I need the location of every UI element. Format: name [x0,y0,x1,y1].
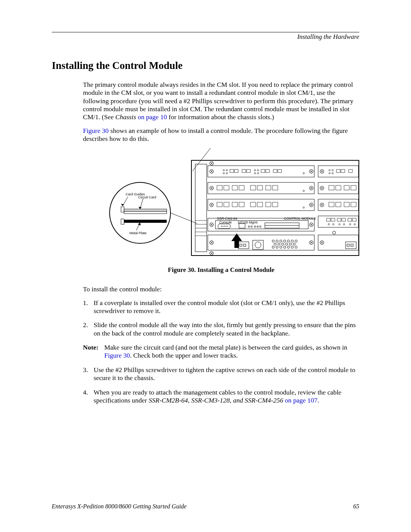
svg-rect-69 [232,202,237,207]
svg-rect-59 [257,185,263,190]
svg-rect-64 [336,185,341,190]
step-1: 1. If a coverplate is installed over the… [83,299,359,315]
note-body: Make sure the circuit card (and not the … [104,343,359,360]
fig-label-mgmt: 10/100 Mgmt [237,220,258,224]
svg-rect-143 [124,211,167,214]
svg-rect-9 [318,182,358,194]
svg-point-123 [282,243,284,245]
svg-point-33 [226,173,228,174]
header-rule [52,32,359,32]
svg-point-122 [278,243,280,245]
step-number: 1. [83,299,94,315]
note-label: Note: [83,343,104,360]
svg-rect-2 [195,164,207,252]
svg-point-47 [329,169,330,171]
svg-point-41 [257,173,259,174]
svg-rect-35 [234,169,238,173]
svg-point-75 [303,207,304,208]
svg-rect-1 [191,160,359,256]
intro-paragraph: The primary control module always reside… [83,81,359,121]
svg-rect-140 [121,207,124,212]
step4-model-refs: SSR-CM2B-64, SSR-CM3-128, and SSR-CM4-25… [149,396,283,404]
step-number: 3. [83,366,94,382]
svg-rect-10 [318,199,358,211]
svg-point-87 [333,224,334,225]
svg-rect-84 [348,218,352,221]
svg-point-133 [295,246,297,248]
svg-point-49 [329,173,330,174]
svg-point-91 [354,224,355,225]
svg-rect-37 [247,169,250,173]
svg-point-118 [287,240,290,242]
svg-rect-7 [208,235,314,250]
svg-rect-58 [250,185,256,190]
svg-rect-107 [240,244,242,246]
svg-point-130 [284,246,286,248]
svg-point-127 [272,246,274,248]
fig-label-metal-plate: Metal Plate [129,231,147,235]
svg-rect-68 [224,202,229,207]
svg-point-129 [280,246,282,248]
page-number: 65 [353,503,359,510]
svg-rect-83 [342,218,346,221]
xref-chassis-page[interactable]: on page 10 [136,113,167,121]
svg-point-128 [276,246,278,248]
step-2: 2. Slide the control module all the way … [83,321,359,337]
svg-point-39 [257,169,259,171]
svg-point-86 [328,224,330,225]
svg-point-48 [332,169,333,171]
step-3: 3. Use the #2 Phillips screwdriver to ti… [83,366,359,382]
svg-rect-79 [351,202,356,207]
svg-point-88 [339,224,340,225]
svg-point-132 [291,246,293,248]
xref-figure-30-b[interactable]: Figure 30 [104,351,130,359]
svg-rect-66 [351,185,356,190]
svg-rect-144 [124,220,167,223]
list-intro: To install the control module: [83,285,359,293]
svg-rect-54 [217,185,222,190]
svg-point-116 [280,240,282,242]
figure-30: SSR-CM2-64 CONTROL MODULE Console 10/100… [83,148,359,262]
step-text: When you are ready to attach the managem… [94,388,359,405]
svg-point-114 [272,240,274,242]
svg-rect-112 [347,244,349,246]
svg-rect-60 [266,185,271,190]
figure-svg: SSR-CM2-64 CONTROL MODULE Console 10/100… [83,148,359,262]
svg-rect-67 [217,202,222,207]
svg-rect-55 [224,185,229,190]
svg-point-29 [333,231,336,234]
svg-point-117 [284,240,286,242]
svg-rect-78 [344,202,349,207]
svg-rect-57 [239,185,244,190]
svg-rect-61 [272,185,278,190]
svg-rect-71 [250,202,256,207]
xref-figure-30-a[interactable]: Figure 30 [83,127,109,134]
svg-rect-56 [232,185,237,190]
svg-rect-108 [244,244,246,246]
svg-rect-51 [336,169,340,173]
lead-paragraph: Figure 30 shows an example of how to ins… [83,127,359,143]
svg-rect-45 [278,169,282,173]
svg-rect-113 [351,244,353,246]
xref-page-107[interactable]: on page 107 [283,396,317,404]
svg-point-50 [332,173,333,174]
svg-rect-81 [331,218,335,221]
svg-rect-141 [121,219,124,224]
svg-point-124 [285,243,288,245]
note: Note: Make sure the circuit card (and no… [83,343,359,360]
svg-rect-142 [124,209,167,211]
running-header: Installing the Hardware [52,33,359,41]
section-heading: Installing the Control Module [52,60,359,72]
svg-rect-12 [318,235,358,250]
svg-rect-44 [273,169,277,173]
svg-rect-52 [341,169,345,173]
intro-tail: for information about the chassis slots.… [167,113,274,121]
note-post: . Check both the upper and lower tracks. [130,351,238,359]
svg-point-119 [291,240,293,242]
svg-point-31 [226,169,228,171]
footer-title: Enterasys X-Pedition 8000/8600 Getting S… [52,503,186,510]
fig-label-ssr: SSR-CM2-64 [217,217,237,220]
step4-post: . [317,396,319,404]
svg-rect-65 [344,185,349,190]
svg-point-30 [223,169,225,171]
